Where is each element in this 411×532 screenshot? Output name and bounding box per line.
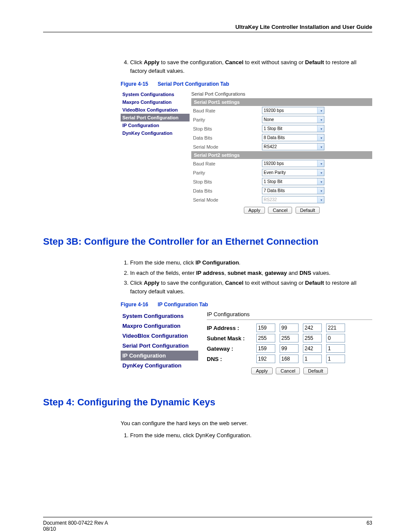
data-bits-select[interactable]: 7 Data Bits▾	[262, 187, 324, 194]
field-label: Subnet Mask :	[207, 335, 256, 342]
chevron-down-icon: ▾	[321, 198, 322, 202]
serial-mode-select-disabled: RS232▾	[262, 196, 324, 203]
figure-ip-config: System Configurations Maxpro Configurati…	[121, 311, 372, 374]
nav-item[interactable]: IP Configuration	[121, 121, 190, 129]
nav-item[interactable]: DynKey Configuration	[121, 129, 190, 137]
ip-octet-input[interactable]: 159	[256, 324, 275, 332]
default-button[interactable]: Default	[303, 367, 328, 374]
parity-select[interactable]: Even Parity▾	[262, 169, 324, 176]
chevron-down-icon: ▾	[321, 136, 322, 140]
field-label: Baud Rate	[193, 161, 262, 166]
field-label: Stop Bits	[193, 179, 262, 184]
nav-item[interactable]: Serial Port Configuration	[121, 341, 198, 351]
panel-title: IP Configurations	[207, 311, 372, 320]
field-label: Serial Mode	[193, 197, 262, 202]
ip-octet-input[interactable]: 255	[303, 334, 322, 342]
ip-octet-input[interactable]: 192	[256, 355, 275, 363]
ip-octet-input[interactable]: 99	[280, 324, 299, 332]
chevron-down-icon: ▾	[321, 109, 322, 112]
nav-item-selected[interactable]: IP Configuration	[121, 351, 198, 361]
nav-item[interactable]: Maxpro Configuration	[121, 98, 190, 106]
chevron-down-icon: ▾	[321, 118, 322, 121]
stop-bits-select[interactable]: 1 Stop Bit▾	[262, 178, 324, 185]
step-item: From the side menu, click DynKey Configu…	[130, 431, 372, 440]
step-item: Click Apply to save the configuration, C…	[130, 58, 372, 75]
page-header: UltraKey Lite Controller Installation an…	[43, 24, 372, 32]
footer-date: 08/10	[43, 526, 108, 532]
chevron-down-icon: ▾	[321, 171, 322, 174]
cancel-button[interactable]: Cancel	[276, 367, 300, 374]
field-label: Data Bits	[193, 188, 262, 193]
field-label: Parity	[193, 170, 262, 175]
ip-octet-input[interactable]: 242	[303, 324, 322, 332]
field-label: Stop Bits	[193, 126, 262, 131]
field-label: DNS :	[207, 356, 256, 362]
ip-octet-input[interactable]: 168	[280, 355, 299, 363]
ip-octet-input[interactable]: 1	[303, 355, 322, 363]
nav-item[interactable]: DynKey Configuration	[121, 361, 198, 370]
page-footer: Document 800-07422 Rev A 08/10 63	[43, 517, 372, 532]
chevron-down-icon: ▾	[321, 180, 322, 184]
ip-octet-input[interactable]: 1	[326, 344, 345, 353]
footer-doc: Document 800-07422 Rev A	[43, 520, 108, 526]
ip-octet-input[interactable]: 0	[326, 334, 345, 342]
field-label: Data Bits	[193, 135, 262, 140]
figure-caption: Figure 4-15Serial Port Configuration Tab	[121, 81, 372, 87]
stop-bits-select[interactable]: 1 Stop Bit▾	[262, 125, 324, 132]
apply-button[interactable]: Apply	[244, 207, 265, 214]
page-number: 63	[367, 520, 372, 532]
parity-select[interactable]: None▾	[262, 116, 324, 123]
step-item: From the side menu, click IP Configurati…	[130, 258, 372, 267]
field-label: Baud Rate	[193, 108, 262, 113]
chevron-down-icon: ▾	[321, 162, 322, 165]
baud-rate-select[interactable]: 19200 bps▾	[262, 160, 324, 167]
ip-octet-input[interactable]: 242	[303, 344, 322, 353]
chevron-down-icon: ▾	[321, 127, 322, 131]
nav-item-selected[interactable]: Serial Port Configuration	[121, 114, 190, 121]
side-menu: System Configurations Maxpro Configurati…	[121, 90, 190, 214]
default-button[interactable]: Default	[296, 207, 320, 214]
field-label: IP Address :	[207, 325, 256, 331]
serial-mode-select[interactable]: RS422▾	[262, 143, 324, 150]
ip-octet-input[interactable]: 255	[280, 334, 299, 342]
field-label: Parity	[193, 117, 262, 122]
figure-serial-port: System Configurations Maxpro Configurati…	[121, 90, 372, 214]
step-item: In each of the fields, enter IP address,…	[130, 269, 372, 277]
chevron-down-icon: ▾	[321, 145, 322, 149]
section-header: Serial Port1 settings	[191, 98, 372, 106]
ip-octet-input[interactable]: 99	[280, 344, 299, 353]
cancel-button[interactable]: Cancel	[268, 207, 292, 214]
paragraph: You can configure the hard keys on the w…	[121, 419, 372, 428]
field-label: Serial Mode	[193, 144, 262, 149]
nav-item[interactable]: VideoBlox Configuration	[121, 106, 190, 114]
section-header: Serial Port2 settings	[191, 151, 372, 159]
chevron-down-icon: ▾	[321, 189, 322, 193]
ip-octet-input[interactable]: 1	[326, 355, 345, 363]
nav-item[interactable]: Maxpro Configuration	[121, 321, 198, 331]
ip-octet-input[interactable]: 159	[256, 344, 275, 353]
nav-item[interactable]: System Configurations	[121, 311, 198, 321]
ip-octet-input[interactable]: 221	[326, 324, 345, 332]
panel-title: Serial Port Configurations	[191, 90, 372, 98]
nav-item[interactable]: System Configurations	[121, 90, 190, 98]
section-heading-step4: Step 4: Configuring the Dynamic Keys	[43, 397, 372, 408]
section-heading-step3b: Step 3B: Configure the Controller for an…	[43, 236, 372, 247]
baud-rate-select[interactable]: 19200 bps▾	[262, 107, 324, 114]
side-menu: System Configurations Maxpro Configurati…	[121, 311, 198, 374]
ip-octet-input[interactable]: 255	[256, 334, 275, 342]
field-label: Gateway :	[207, 345, 256, 352]
figure-caption: Figure 4-16IP Configuration Tab	[121, 302, 372, 308]
apply-button[interactable]: Apply	[251, 367, 273, 374]
step-item: Click Apply to save the configuration, C…	[130, 279, 372, 296]
data-bits-select[interactable]: 8 Data Bits▾	[262, 134, 324, 141]
nav-item[interactable]: VideoBlox Configuration	[121, 331, 198, 341]
